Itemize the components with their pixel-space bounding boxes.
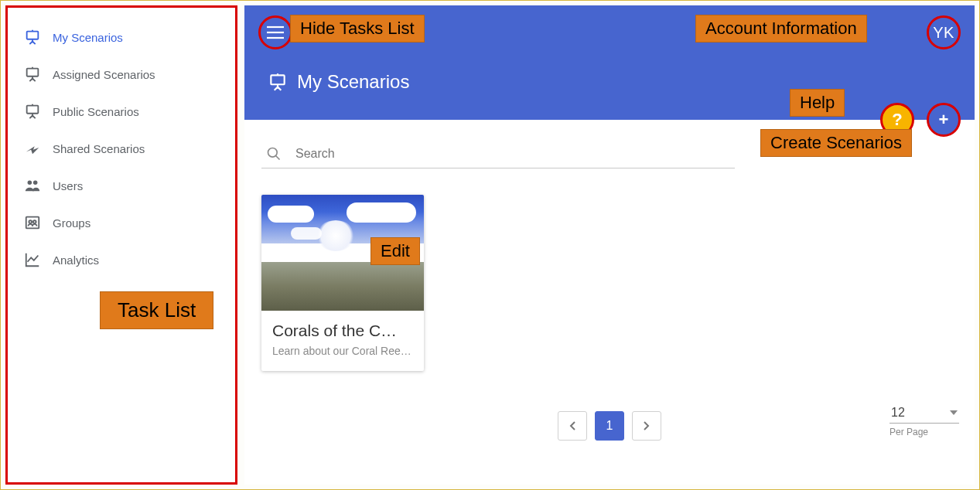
scenario-card[interactable]: Corals of the C… Learn about our Coral R… [261,195,424,371]
sidebar-item-label: My Scenarios [53,31,123,44]
annotation-account-info: Account Information [695,15,867,43]
sidebar-item-label: Public Scenarios [53,105,139,118]
scenario-subtitle: Learn about our Coral Ree… [272,345,413,357]
easel-icon [23,28,42,46]
svg-point-19 [33,220,36,223]
svg-point-16 [33,181,37,185]
svg-point-15 [28,181,32,185]
svg-rect-23 [271,75,284,84]
sidebar-item-my-scenarios[interactable]: My Scenarios [8,19,235,56]
users-icon [23,176,42,195]
svg-rect-5 [27,69,39,77]
svg-line-26 [278,87,281,90]
scenario-title: Corals of the C… [272,322,413,340]
per-page-value: 12 [891,406,905,420]
svg-rect-0 [27,32,39,39]
current-page-number: 1 [606,419,613,433]
search-input[interactable] [295,147,735,161]
search-row [261,141,735,168]
chevron-left-icon [569,420,576,431]
sidebar-item-label: Shared Scenarios [53,142,145,155]
svg-marker-30 [950,410,958,415]
sidebar-item-groups[interactable]: Groups [8,204,235,241]
search-icon [266,146,282,162]
next-page-button[interactable] [632,411,661,441]
sidebar: My Scenarios Assigned Scenarios Public S… [5,5,237,485]
annotation-task-list: Task List [100,291,213,329]
easel-icon [23,102,42,121]
per-page-label: Per Page [890,427,959,437]
content: Corals of the C… Learn about our Coral R… [244,120,975,448]
previous-page-button[interactable] [558,411,587,441]
hamburger-icon [267,26,284,39]
sidebar-item-assigned-scenarios[interactable]: Assigned Scenarios [8,56,235,93]
main-area: YK My Scenarios ? + [244,5,975,485]
easel-icon [268,72,288,92]
easel-icon [23,65,42,83]
chart-icon [23,250,42,269]
annotation-edit: Edit [370,237,420,265]
annotation-create-scenarios: Create Scenarios [760,129,912,157]
sidebar-item-label: Users [53,179,83,192]
sidebar-item-label: Groups [53,216,90,230]
svg-point-18 [29,220,32,223]
hamburger-button[interactable] [258,15,292,49]
avatar-button[interactable]: YK [927,15,961,49]
chevron-right-icon [643,420,650,431]
share-icon [23,139,42,158]
svg-line-29 [276,156,280,160]
sidebar-item-label: Analytics [53,254,99,267]
svg-line-8 [32,79,36,82]
titlebar: My Scenarios ? + [244,60,975,120]
groups-icon [23,213,42,232]
page-title: My Scenarios [297,71,409,93]
sidebar-item-shared-scenarios[interactable]: Shared Scenarios [8,130,235,167]
sidebar-item-public-scenarios[interactable]: Public Scenarios [8,93,235,130]
annotation-help: Help [790,89,845,117]
per-page-selector[interactable]: 12 Per Page [890,403,959,437]
svg-line-3 [32,42,36,45]
svg-point-28 [268,148,278,158]
page-number-button[interactable]: 1 [595,411,624,441]
annotation-hide-tasks: Hide Tasks List [290,15,425,43]
sidebar-item-label: Assigned Scenarios [53,68,155,81]
avatar-initials: YK [933,24,954,42]
svg-rect-10 [27,106,39,114]
svg-rect-17 [26,217,39,229]
svg-line-13 [32,116,36,119]
dropdown-arrow-icon [950,410,958,415]
sidebar-item-analytics[interactable]: Analytics [8,241,235,278]
sidebar-item-users[interactable]: Users [8,167,235,204]
svg-line-2 [29,42,32,45]
pagination: 1 [261,411,958,441]
